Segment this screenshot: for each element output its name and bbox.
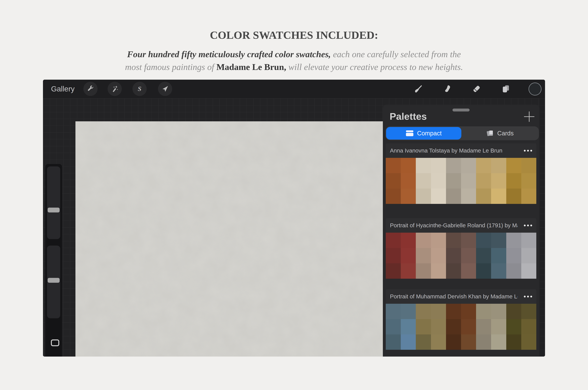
color-swatch[interactable]	[461, 263, 476, 279]
color-swatch[interactable]	[461, 158, 476, 173]
panel-drag-handle[interactable]	[452, 108, 470, 111]
color-swatch[interactable]	[506, 173, 521, 189]
color-swatch[interactable]	[461, 304, 476, 319]
color-swatch[interactable]	[386, 233, 401, 248]
brush-size-handle[interactable]	[48, 208, 60, 212]
color-swatch[interactable]	[386, 319, 401, 335]
color-swatch[interactable]	[446, 233, 461, 248]
color-swatch[interactable]	[386, 304, 401, 319]
color-swatch[interactable]	[521, 304, 536, 319]
color-swatch[interactable]	[461, 248, 476, 263]
color-swatch[interactable]	[416, 233, 431, 248]
color-swatch[interactable]	[461, 173, 476, 189]
adjustments-button[interactable]	[108, 82, 122, 96]
actions-button[interactable]	[83, 82, 97, 96]
color-swatch[interactable]	[446, 263, 461, 279]
color-swatch[interactable]	[491, 189, 506, 204]
color-swatch[interactable]	[386, 173, 401, 189]
color-swatch[interactable]	[476, 335, 491, 350]
color-swatch[interactable]	[521, 189, 536, 204]
color-swatch[interactable]	[431, 189, 446, 204]
canvas-paper[interactable]	[75, 121, 383, 357]
gallery-button[interactable]: Gallery	[51, 80, 75, 98]
color-swatch[interactable]	[446, 335, 461, 350]
color-swatch[interactable]	[521, 173, 536, 189]
color-swatch[interactable]	[461, 189, 476, 204]
color-swatch[interactable]	[521, 335, 536, 350]
color-swatch[interactable]	[416, 173, 431, 189]
color-swatch[interactable]	[521, 158, 536, 173]
color-swatch[interactable]	[461, 335, 476, 350]
color-swatch[interactable]	[431, 304, 446, 319]
palette-card[interactable]: Portrait of Muhammad Dervish Khan by Mad…	[386, 289, 536, 350]
color-swatch[interactable]	[521, 248, 536, 263]
color-swatch[interactable]	[506, 189, 521, 204]
color-swatch[interactable]	[476, 319, 491, 335]
color-swatch[interactable]	[476, 233, 491, 248]
color-swatch[interactable]	[431, 248, 446, 263]
color-swatch[interactable]	[506, 263, 521, 279]
layers-button[interactable]	[499, 82, 513, 96]
color-swatch[interactable]	[416, 248, 431, 263]
selection-button[interactable]: S	[133, 82, 147, 96]
color-swatch[interactable]	[431, 158, 446, 173]
smudge-tool-button[interactable]	[440, 82, 454, 96]
color-swatch[interactable]	[491, 335, 506, 350]
color-swatch[interactable]	[386, 189, 401, 204]
color-swatch[interactable]	[506, 335, 521, 350]
palette-menu-button[interactable]	[524, 218, 532, 233]
color-swatch[interactable]	[446, 173, 461, 189]
color-swatch[interactable]	[506, 158, 521, 173]
color-swatch[interactable]	[401, 263, 416, 279]
color-swatch[interactable]	[431, 263, 446, 279]
brush-size-slider[interactable]	[47, 166, 60, 239]
color-swatch[interactable]	[476, 248, 491, 263]
transform-button[interactable]	[158, 82, 172, 96]
tab-compact[interactable]: Compact	[386, 127, 461, 140]
color-swatch[interactable]	[506, 248, 521, 263]
color-swatch[interactable]	[476, 158, 491, 173]
tab-cards[interactable]: Cards	[462, 126, 538, 140]
brush-tool-button[interactable]	[411, 82, 425, 96]
color-swatch[interactable]	[476, 304, 491, 319]
color-swatch[interactable]	[476, 189, 491, 204]
eraser-tool-button[interactable]	[469, 82, 484, 96]
color-swatch[interactable]	[506, 304, 521, 319]
color-swatch[interactable]	[521, 233, 536, 248]
color-swatch[interactable]	[431, 319, 446, 335]
color-swatch[interactable]	[446, 319, 461, 335]
color-swatch[interactable]	[476, 173, 491, 189]
color-swatch[interactable]	[491, 248, 506, 263]
color-swatch[interactable]	[416, 263, 431, 279]
color-swatch[interactable]	[446, 189, 461, 204]
color-swatch[interactable]	[431, 335, 446, 350]
color-swatch[interactable]	[491, 304, 506, 319]
color-swatch[interactable]	[491, 233, 506, 248]
color-swatch[interactable]	[401, 189, 416, 204]
color-swatch[interactable]	[401, 319, 416, 335]
color-swatch[interactable]	[461, 233, 476, 248]
color-swatch[interactable]	[401, 248, 416, 263]
color-swatch[interactable]	[476, 263, 491, 279]
color-swatch[interactable]	[401, 335, 416, 350]
color-swatch[interactable]	[506, 233, 521, 248]
color-swatch[interactable]	[491, 158, 506, 173]
color-swatch[interactable]	[491, 263, 506, 279]
modify-button[interactable]	[51, 340, 59, 346]
color-swatch[interactable]	[461, 319, 476, 335]
add-palette-button[interactable]	[523, 111, 535, 122]
color-swatch[interactable]	[431, 173, 446, 189]
color-swatch[interactable]	[491, 319, 506, 335]
color-swatch[interactable]	[401, 158, 416, 173]
color-swatch[interactable]	[401, 173, 416, 189]
color-swatch[interactable]	[521, 319, 536, 335]
color-circle[interactable]	[529, 83, 542, 96]
palette-card[interactable]: Anna Ivanovna Tolstaya by Madame Le Brun	[386, 143, 536, 204]
color-swatch[interactable]	[401, 304, 416, 319]
color-swatch[interactable]	[386, 335, 401, 350]
color-swatch[interactable]	[401, 233, 416, 248]
color-swatch[interactable]	[416, 189, 431, 204]
color-swatch[interactable]	[446, 158, 461, 173]
color-swatch[interactable]	[446, 304, 461, 319]
palette-menu-button[interactable]	[524, 143, 532, 158]
